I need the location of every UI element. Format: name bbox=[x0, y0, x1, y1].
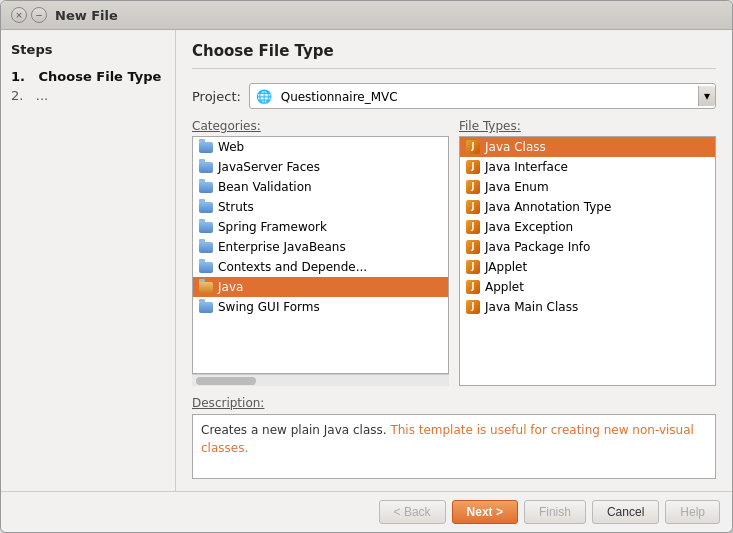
list-item[interactable]: Spring Framework bbox=[193, 217, 448, 237]
file-type-label: Applet bbox=[485, 280, 524, 294]
step-1-label: Choose File Type bbox=[39, 69, 162, 84]
project-value: Questionnaire_MVC bbox=[281, 90, 398, 104]
folder-icon bbox=[199, 242, 213, 253]
file-type-item[interactable]: J Java Package Info bbox=[460, 237, 715, 257]
dialog-window: × − New File Steps 1. Choose File Type 2… bbox=[0, 0, 733, 533]
step-2-number: 2. bbox=[11, 88, 23, 103]
cancel-button[interactable]: Cancel bbox=[592, 500, 659, 524]
file-type-label: JApplet bbox=[485, 260, 527, 274]
folder-icon bbox=[199, 222, 213, 233]
folder-icon bbox=[199, 142, 213, 153]
sidebar-title: Steps bbox=[11, 42, 165, 57]
java-icon: J bbox=[466, 240, 480, 254]
file-type-label: Java Enum bbox=[485, 180, 549, 194]
step-1-number: 1. bbox=[11, 69, 25, 84]
category-label: Struts bbox=[218, 200, 254, 214]
categories-label: Categories: bbox=[192, 119, 449, 133]
java-icon: J bbox=[466, 140, 480, 154]
content-area: Steps 1. Choose File Type 2. ... Choo bbox=[1, 30, 732, 491]
category-label: Swing GUI Forms bbox=[218, 300, 320, 314]
file-type-label: Java Class bbox=[485, 140, 546, 154]
categories-list[interactable]: Web JavaServer Faces Bean Validation bbox=[192, 136, 449, 374]
description-box: Creates a new plain Java class. This tem… bbox=[192, 414, 716, 479]
java-icon: J bbox=[466, 200, 480, 214]
file-type-label: Java Interface bbox=[485, 160, 568, 174]
file-type-item[interactable]: J Java Annotation Type bbox=[460, 197, 715, 217]
list-item[interactable]: Web bbox=[193, 137, 448, 157]
list-item[interactable]: JavaServer Faces bbox=[193, 157, 448, 177]
java-icon: J bbox=[466, 280, 480, 294]
category-label: JavaServer Faces bbox=[218, 160, 320, 174]
window-title: New File bbox=[55, 8, 722, 23]
file-type-item[interactable]: J Applet bbox=[460, 277, 715, 297]
file-types-list[interactable]: J Java Class J Java Interface J Java Enu… bbox=[459, 136, 716, 386]
file-type-label: Java Main Class bbox=[485, 300, 578, 314]
minimize-icon: − bbox=[35, 10, 43, 20]
list-item[interactable]: Bean Validation bbox=[193, 177, 448, 197]
java-icon: J bbox=[466, 300, 480, 314]
java-icon: J bbox=[466, 260, 480, 274]
sidebar-step-1: 1. Choose File Type bbox=[11, 67, 165, 86]
description-section: Description: Creates a new plain Java cl… bbox=[192, 396, 716, 479]
project-dropdown[interactable]: 🌐 Questionnaire_MVC ▾ bbox=[249, 83, 716, 109]
next-button[interactable]: Next > bbox=[452, 500, 518, 524]
close-button[interactable]: × bbox=[11, 7, 27, 23]
list-item[interactable]: Struts bbox=[193, 197, 448, 217]
category-label: Bean Validation bbox=[218, 180, 312, 194]
minimize-button[interactable]: − bbox=[31, 7, 47, 23]
category-label: Web bbox=[218, 140, 244, 154]
main-panel: Choose File Type Project: 🌐 Questionnair… bbox=[176, 30, 732, 491]
file-type-item[interactable]: J Java Main Class bbox=[460, 297, 715, 317]
java-icon: J bbox=[466, 180, 480, 194]
folder-icon bbox=[199, 202, 213, 213]
file-type-item[interactable]: J Java Interface bbox=[460, 157, 715, 177]
file-type-item[interactable]: J Java Exception bbox=[460, 217, 715, 237]
file-types-label: File Types: bbox=[459, 119, 716, 133]
step-2-label: ... bbox=[36, 88, 48, 103]
close-icon: × bbox=[15, 10, 23, 20]
category-label: Enterprise JavaBeans bbox=[218, 240, 346, 254]
category-label: Java bbox=[218, 280, 243, 294]
file-type-label: Java Exception bbox=[485, 220, 573, 234]
titlebar-controls: × − bbox=[11, 7, 47, 23]
java-icon: J bbox=[466, 160, 480, 174]
file-type-item-selected[interactable]: J Java Class bbox=[460, 137, 715, 157]
description-label: Description: bbox=[192, 396, 716, 410]
footer: < Back Next > Finish Cancel Help bbox=[1, 491, 732, 532]
category-label: Spring Framework bbox=[218, 220, 327, 234]
sidebar-step-2: 2. ... bbox=[11, 86, 165, 105]
file-type-item[interactable]: J JApplet bbox=[460, 257, 715, 277]
globe-icon: 🌐 bbox=[256, 89, 272, 104]
list-item[interactable]: Enterprise JavaBeans bbox=[193, 237, 448, 257]
file-type-label: Java Package Info bbox=[485, 240, 590, 254]
folder-icon bbox=[199, 302, 213, 313]
description-text: Creates a new plain Java class. bbox=[201, 423, 387, 437]
finish-button[interactable]: Finish bbox=[524, 500, 586, 524]
back-button[interactable]: < Back bbox=[379, 500, 446, 524]
folder-icon bbox=[199, 162, 213, 173]
categories-scrollbar[interactable] bbox=[192, 374, 449, 386]
project-row: Project: 🌐 Questionnaire_MVC ▾ bbox=[192, 83, 716, 109]
folder-icon bbox=[199, 282, 213, 293]
lists-row: Categories: Web JavaServer Faces Bean bbox=[192, 119, 716, 386]
list-item[interactable]: Contexts and Depende... bbox=[193, 257, 448, 277]
dropdown-arrow[interactable]: ▾ bbox=[698, 86, 715, 106]
folder-icon bbox=[199, 182, 213, 193]
sidebar: Steps 1. Choose File Type 2. ... bbox=[1, 30, 176, 491]
main-title: Choose File Type bbox=[192, 42, 716, 69]
category-label: Contexts and Depende... bbox=[218, 260, 367, 274]
java-icon: J bbox=[466, 220, 480, 234]
file-type-label: Java Annotation Type bbox=[485, 200, 611, 214]
scrollbar-thumb bbox=[196, 377, 256, 385]
help-button[interactable]: Help bbox=[665, 500, 720, 524]
project-label: Project: bbox=[192, 89, 241, 104]
file-type-item[interactable]: J Java Enum bbox=[460, 177, 715, 197]
list-item-selected[interactable]: Java bbox=[193, 277, 448, 297]
titlebar: × − New File bbox=[1, 1, 732, 30]
categories-panel: Categories: Web JavaServer Faces Bean bbox=[192, 119, 449, 386]
folder-icon bbox=[199, 262, 213, 273]
list-item[interactable]: Swing GUI Forms bbox=[193, 297, 448, 317]
file-types-panel: File Types: J Java Class J Java Interfac… bbox=[459, 119, 716, 386]
